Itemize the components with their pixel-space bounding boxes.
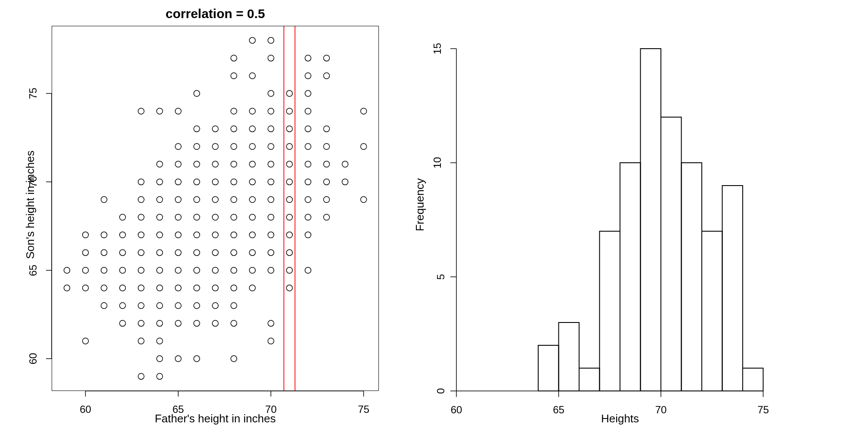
svg-point-74 bbox=[212, 303, 218, 309]
svg-point-161 bbox=[342, 179, 348, 185]
svg-point-109 bbox=[249, 143, 255, 149]
svg-point-23 bbox=[138, 303, 144, 309]
svg-point-76 bbox=[212, 267, 218, 273]
svg-point-99 bbox=[231, 73, 237, 79]
svg-point-90 bbox=[231, 250, 237, 256]
svg-point-14 bbox=[120, 303, 126, 309]
svg-point-60 bbox=[194, 320, 200, 326]
svg-point-5 bbox=[83, 250, 89, 256]
svg-point-47 bbox=[175, 320, 181, 326]
svg-point-52 bbox=[175, 232, 181, 238]
svg-point-147 bbox=[305, 143, 311, 149]
svg-point-121 bbox=[268, 179, 274, 185]
svg-point-43 bbox=[157, 179, 163, 185]
svg-point-135 bbox=[286, 179, 292, 185]
svg-point-63 bbox=[194, 267, 200, 273]
svg-point-140 bbox=[286, 90, 292, 96]
histogram-svg bbox=[456, 26, 784, 391]
svg-point-120 bbox=[268, 196, 274, 202]
svg-point-127 bbox=[268, 55, 274, 61]
svg-point-141 bbox=[305, 267, 311, 273]
svg-point-29 bbox=[138, 196, 144, 202]
svg-point-77 bbox=[212, 250, 218, 256]
svg-rect-179 bbox=[559, 322, 580, 391]
svg-point-137 bbox=[286, 143, 292, 149]
svg-point-132 bbox=[286, 232, 292, 238]
svg-point-159 bbox=[323, 73, 329, 79]
svg-rect-178 bbox=[538, 345, 559, 391]
svg-point-72 bbox=[194, 90, 200, 96]
svg-point-8 bbox=[101, 285, 107, 291]
scatter-ylabel: Son's height in inches bbox=[24, 140, 37, 270]
svg-point-93 bbox=[231, 196, 237, 202]
svg-point-85 bbox=[231, 356, 237, 362]
svg-point-16 bbox=[120, 267, 126, 273]
svg-point-92 bbox=[231, 214, 237, 220]
svg-point-54 bbox=[175, 196, 181, 202]
svg-point-114 bbox=[268, 338, 274, 344]
svg-point-79 bbox=[212, 214, 218, 220]
svg-point-146 bbox=[305, 161, 311, 167]
svg-point-30 bbox=[138, 179, 144, 185]
svg-point-22 bbox=[138, 320, 144, 326]
svg-point-34 bbox=[157, 338, 163, 344]
svg-point-64 bbox=[194, 250, 200, 256]
svg-point-10 bbox=[101, 250, 107, 256]
histogram-xlabel: Heights bbox=[456, 412, 784, 425]
svg-point-84 bbox=[212, 126, 218, 132]
svg-point-20 bbox=[138, 373, 144, 379]
svg-point-1 bbox=[64, 267, 70, 273]
svg-point-83 bbox=[212, 143, 218, 149]
scatter-xlabel: Father's height in inches bbox=[52, 412, 379, 425]
svg-point-50 bbox=[175, 267, 181, 273]
svg-point-116 bbox=[268, 267, 274, 273]
svg-point-95 bbox=[231, 161, 237, 167]
svg-rect-182 bbox=[620, 163, 641, 391]
svg-point-68 bbox=[194, 179, 200, 185]
svg-point-117 bbox=[268, 250, 274, 256]
svg-point-24 bbox=[138, 285, 144, 291]
svg-point-78 bbox=[212, 232, 218, 238]
svg-point-157 bbox=[323, 143, 329, 149]
svg-point-51 bbox=[175, 250, 181, 256]
svg-point-165 bbox=[361, 108, 367, 114]
svg-point-118 bbox=[268, 232, 274, 238]
svg-point-53 bbox=[175, 214, 181, 220]
svg-point-70 bbox=[194, 143, 200, 149]
svg-point-82 bbox=[212, 161, 218, 167]
scatter-svg bbox=[52, 26, 378, 399]
svg-point-9 bbox=[101, 267, 107, 273]
svg-point-150 bbox=[305, 90, 311, 96]
svg-point-57 bbox=[175, 143, 181, 149]
svg-rect-184 bbox=[661, 117, 682, 391]
svg-point-69 bbox=[194, 161, 200, 167]
svg-point-81 bbox=[212, 179, 218, 185]
svg-point-4 bbox=[83, 267, 89, 273]
svg-point-45 bbox=[157, 108, 163, 114]
svg-point-56 bbox=[175, 161, 181, 167]
svg-point-13 bbox=[120, 320, 126, 326]
svg-point-138 bbox=[286, 126, 292, 132]
scatter-title: correlation = 0.5 bbox=[52, 6, 379, 21]
svg-point-19 bbox=[120, 214, 126, 220]
svg-point-42 bbox=[157, 196, 163, 202]
svg-point-91 bbox=[231, 232, 237, 238]
svg-point-71 bbox=[194, 126, 200, 132]
histogram-plot: 60657075051015 bbox=[456, 26, 784, 391]
svg-point-7 bbox=[101, 303, 107, 309]
svg-point-18 bbox=[120, 232, 126, 238]
svg-point-115 bbox=[268, 320, 274, 326]
svg-point-102 bbox=[249, 267, 255, 273]
svg-rect-183 bbox=[641, 49, 661, 391]
svg-point-162 bbox=[342, 161, 348, 167]
svg-point-40 bbox=[157, 232, 163, 238]
svg-point-113 bbox=[249, 37, 255, 43]
svg-point-163 bbox=[361, 196, 367, 202]
svg-point-124 bbox=[268, 126, 274, 132]
svg-point-66 bbox=[194, 214, 200, 220]
svg-point-144 bbox=[305, 196, 311, 202]
svg-point-41 bbox=[157, 214, 163, 220]
svg-point-80 bbox=[212, 196, 218, 202]
svg-point-152 bbox=[305, 55, 311, 61]
svg-point-0 bbox=[64, 285, 70, 291]
